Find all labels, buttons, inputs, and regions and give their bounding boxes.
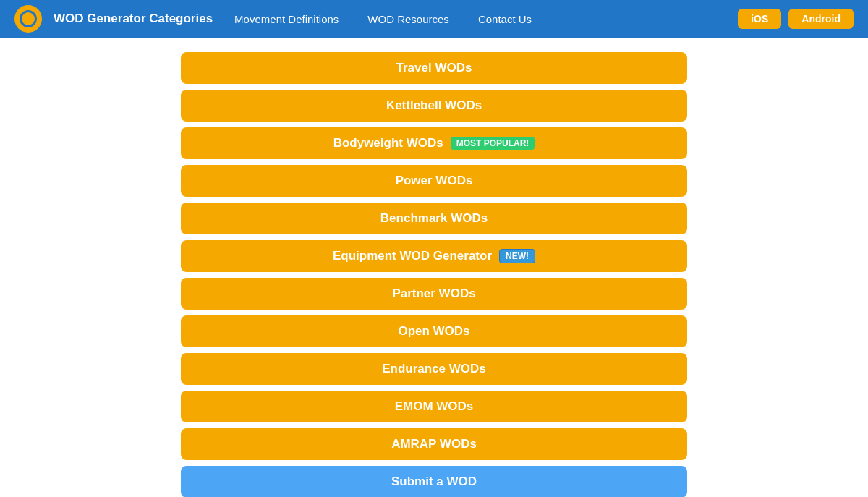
nav-links: Movement Definitions WOD Resources Conta… — [234, 13, 738, 25]
nav-link-contact-us[interactable]: Contact Us — [478, 13, 532, 25]
amrap-wods-button[interactable]: AMRAP WODs — [181, 428, 687, 460]
power-wods-label: Power WODs — [396, 174, 473, 188]
ios-button[interactable]: iOS — [738, 9, 781, 29]
benchmark-wods-button[interactable]: Benchmark WODs — [181, 203, 687, 234]
emom-wods-button[interactable]: EMOM WODs — [181, 391, 687, 422]
submit-a-wod-button[interactable]: Submit a WOD — [181, 466, 687, 497]
logo-inner — [20, 10, 37, 27]
open-wods-button[interactable]: Open WODs — [181, 315, 687, 347]
equipment-wod-generator-badge: NEW! — [499, 249, 535, 263]
equipment-wod-generator-label: Equipment WOD Generator — [333, 249, 492, 263]
nav-actions: iOS Android — [738, 9, 854, 29]
amrap-wods-label: AMRAP WODs — [391, 437, 477, 451]
partner-wods-button[interactable]: Partner WODs — [181, 278, 687, 310]
endurance-wods-button[interactable]: Endurance WODs — [181, 353, 687, 385]
app-logo — [14, 5, 42, 33]
submit-a-wod-label: Submit a WOD — [391, 475, 477, 489]
travel-wods-button[interactable]: Travel WODs — [181, 52, 687, 84]
nav-link-movement-definitions[interactable]: Movement Definitions — [234, 13, 339, 25]
open-wods-label: Open WODs — [398, 324, 469, 339]
main-content: Travel WODsKettlebell WODsBodyweight WOD… — [0, 38, 868, 497]
equipment-wod-generator-button[interactable]: Equipment WOD GeneratorNEW! — [181, 240, 687, 272]
bodyweight-wods-button[interactable]: Bodyweight WODsMOST POPULAR! — [181, 127, 687, 159]
bodyweight-wods-badge: MOST POPULAR! — [451, 137, 535, 150]
partner-wods-label: Partner WODs — [392, 286, 475, 301]
endurance-wods-label: Endurance WODs — [382, 362, 486, 376]
kettlebell-wods-button[interactable]: Kettlebell WODs — [181, 90, 687, 122]
android-button[interactable]: Android — [788, 9, 854, 29]
nav-link-wod-resources[interactable]: WOD Resources — [367, 13, 449, 25]
emom-wods-label: EMOM WODs — [395, 399, 474, 414]
travel-wods-label: Travel WODs — [396, 61, 472, 75]
bodyweight-wods-label: Bodyweight WODs — [333, 136, 443, 150]
navbar: WOD Generator Categories Movement Defini… — [0, 0, 868, 38]
nav-title: WOD Generator Categories — [54, 12, 213, 26]
kettlebell-wods-label: Kettlebell WODs — [386, 98, 482, 113]
power-wods-button[interactable]: Power WODs — [181, 165, 687, 197]
benchmark-wods-label: Benchmark WODs — [380, 211, 488, 226]
